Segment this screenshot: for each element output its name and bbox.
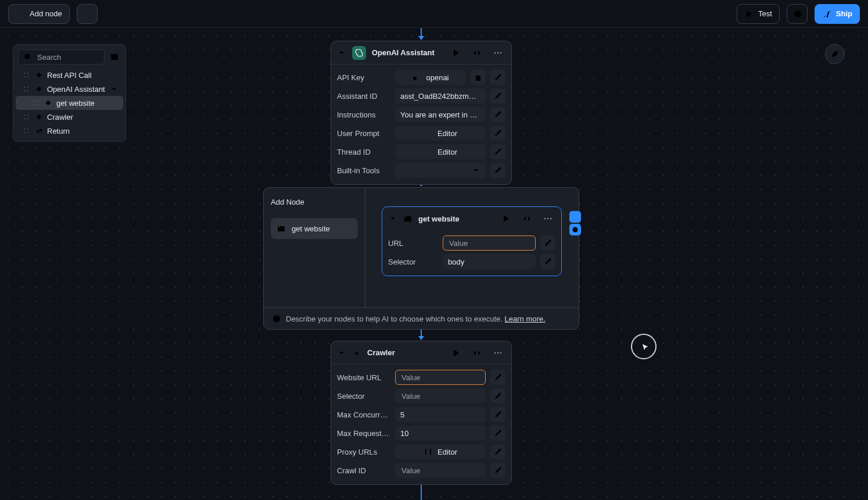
chevron-down-icon (337, 348, 346, 358)
node-more-button[interactable] (540, 211, 555, 226)
add-node-button[interactable]: Add node (8, 4, 70, 24)
max-requests-value[interactable]: 10 (395, 426, 486, 441)
proxy-urls-value[interactable]: Editor (395, 444, 486, 459)
fx-icon (424, 147, 433, 156)
add-node-plus-button[interactable] (349, 197, 358, 206)
field-website-url: Website URL (337, 369, 505, 385)
ai-suggest-button[interactable] (428, 254, 438, 269)
collapse-toggle[interactable] (388, 214, 397, 223)
edit-button[interactable] (490, 126, 505, 141)
outline-item-rest-api[interactable]: Rest API Call (16, 68, 123, 82)
thread-id-value[interactable]: Editor (395, 144, 486, 159)
outline-search[interactable] (18, 49, 105, 65)
node-run-button[interactable] (449, 345, 464, 360)
outline-toggle-button[interactable] (108, 49, 121, 65)
crawl-id-input-wrap[interactable] (395, 463, 486, 478)
field-label: Proxy URLs (337, 448, 390, 456)
node-title: get website (418, 215, 460, 223)
edit-button[interactable] (490, 70, 505, 85)
edit-button[interactable] (490, 463, 505, 478)
edit-button[interactable] (490, 107, 505, 122)
search-input[interactable] (36, 52, 99, 62)
pencil-icon (493, 391, 503, 401)
selector-input[interactable] (400, 391, 480, 401)
website-url-input[interactable] (400, 373, 480, 383)
field-label: Max Concurr… (337, 410, 390, 419)
collapse-toggle[interactable] (337, 48, 346, 58)
help-button[interactable] (825, 44, 845, 64)
ai-suggest-button[interactable] (428, 235, 438, 251)
selector-input-wrap[interactable] (395, 388, 486, 403)
node-crawler[interactable]: Crawler Website URL Selector Max Concurr… (331, 341, 512, 485)
edit-button[interactable] (540, 235, 555, 251)
outline-item-get-website[interactable]: get website (16, 96, 123, 110)
more-icon (493, 348, 503, 358)
url-input-wrap[interactable] (443, 235, 536, 251)
magic-wand-button[interactable] (77, 4, 98, 24)
edit-button[interactable] (490, 88, 505, 103)
rail-wand-button[interactable] (569, 211, 581, 223)
footer-text: Describe your nodes to help AI to choose… (286, 315, 505, 323)
history-button[interactable] (787, 4, 808, 24)
tool-group-left: Add Node get website (264, 188, 365, 308)
edit-button[interactable] (490, 444, 505, 459)
assistant-id-value[interactable]: asst_OadB242bbzmqS… (395, 88, 486, 103)
code-icon (472, 48, 482, 58)
key-icon (412, 73, 421, 82)
tool-tag-get-website[interactable]: get website (271, 218, 358, 239)
node-run-button[interactable] (498, 211, 514, 226)
wand-icon (83, 9, 92, 19)
diamond-icon (44, 98, 53, 108)
openai-logo-icon (352, 46, 366, 60)
outline-item-crawler[interactable]: Crawler (16, 110, 123, 124)
outline-item-openai-assistant[interactable]: OpenAI Assistant (16, 82, 123, 96)
node-code-button[interactable] (469, 45, 485, 60)
edit-button[interactable] (490, 163, 505, 178)
field-label: Assistant ID (337, 92, 390, 101)
builtin-tools-value[interactable] (395, 163, 486, 178)
web-icon (277, 224, 286, 233)
crawl-id-input[interactable] (400, 466, 480, 476)
website-url-input-wrap[interactable] (395, 370, 486, 385)
node-code-button[interactable] (519, 211, 535, 226)
outline-panel: Rest API Call OpenAI Assistant get websi… (13, 44, 126, 142)
edit-button[interactable] (490, 407, 505, 422)
test-button[interactable]: Test (737, 4, 780, 24)
field-label: Max Request… (337, 429, 390, 438)
url-input[interactable] (448, 238, 530, 248)
pencil-icon (493, 147, 503, 156)
edit-button[interactable] (490, 388, 505, 403)
user-prompt-value[interactable]: Editor (395, 126, 486, 141)
field-max-concurrency: Max Concurr… 5 (337, 406, 505, 423)
more-icon (543, 214, 553, 223)
collapse-toggle[interactable] (337, 348, 346, 358)
field-selector: Selector body (388, 253, 555, 270)
ship-button[interactable]: Ship (815, 4, 860, 24)
api-key-value[interactable]: openai (395, 70, 466, 85)
node-run-button[interactable] (449, 45, 464, 60)
ship-label: Ship (836, 9, 852, 18)
rail-info-button[interactable] (569, 224, 581, 235)
edit-button[interactable] (490, 370, 505, 385)
node-title: Crawler (367, 348, 395, 357)
edit-button[interactable] (540, 254, 555, 269)
instructions-value[interactable]: You are an expert in se… (395, 107, 486, 122)
node-more-button[interactable] (490, 345, 505, 360)
chevron-down-icon (471, 166, 480, 175)
edit-button[interactable] (490, 426, 505, 441)
node-more-button[interactable] (490, 45, 505, 60)
learn-more-link[interactable]: Learn more. (505, 315, 546, 323)
node-code-button[interactable] (469, 345, 485, 360)
max-concurrency-value[interactable]: 5 (395, 407, 486, 422)
web-icon (403, 214, 413, 223)
sparkle-icon (428, 238, 437, 248)
edit-button[interactable] (490, 144, 505, 159)
delete-button[interactable] (471, 70, 486, 85)
node-openai-assistant[interactable]: OpenAI Assistant API Key openai Assistan… (331, 41, 512, 185)
add-node-panel-label: Add Node (271, 198, 304, 206)
wand-icon (572, 213, 579, 220)
node-get-website[interactable]: get website URL (382, 206, 562, 276)
selector-value[interactable]: body (443, 254, 536, 269)
node-title: OpenAI Assistant (372, 48, 435, 57)
outline-item-return[interactable]: Return (16, 124, 123, 138)
